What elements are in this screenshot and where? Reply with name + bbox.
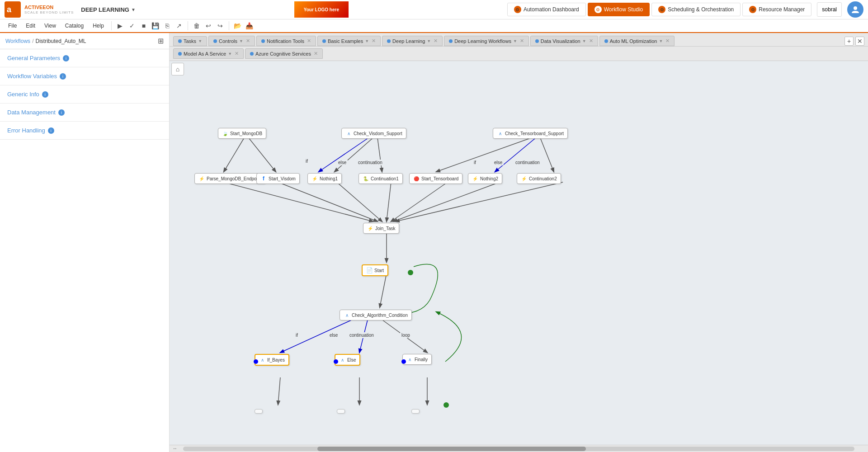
breadcrumb-workflows[interactable]: Workflows	[5, 38, 30, 44]
tab-auto-ml[interactable]: Auto ML Optimization ▼ ✕	[599, 36, 675, 46]
node-nothing2[interactable]: ⚡ Nothing2	[468, 173, 502, 184]
node-bottom-right[interactable]	[411, 409, 420, 414]
node-continuation1[interactable]: 🐍 Continuation1	[359, 173, 403, 184]
node-check-visdom[interactable]: ∧ Check_Visdom_Support	[341, 128, 406, 139]
tab-dl-workflows[interactable]: Deep Learning Workflows ▼ ✕	[444, 36, 529, 46]
nav-scheduling[interactable]: ⚙ Scheduling & Orchestration	[651, 3, 741, 16]
menu-view[interactable]: View	[41, 21, 60, 31]
tab-basic-close[interactable]: ✕	[372, 38, 376, 44]
node-join-task[interactable]: ⚡ Join_Task	[363, 223, 399, 234]
node-continuation2[interactable]: ⚡ Continuation2	[517, 173, 561, 184]
horizontal-scrollbar[interactable]	[183, 447, 854, 451]
node-start[interactable]: 📄 Start	[362, 264, 388, 276]
edge-loop: loop	[400, 332, 411, 338]
check-visdom-icon: ∧	[345, 130, 352, 137]
menu-file[interactable]: File	[5, 21, 20, 31]
resource-label: Resource Manager	[759, 6, 805, 13]
panel-view-toggle[interactable]: ⊞	[158, 37, 164, 45]
nav-center: Your LOGO here	[136, 1, 507, 18]
generic-info-icon: i	[42, 91, 48, 98]
tab-close-all-btn[interactable]: ✕	[855, 37, 864, 46]
section-workflow-vars[interactable]: Workflow Variables i	[0, 67, 169, 85]
section-error-handling[interactable]: Error Handling i	[0, 122, 169, 140]
toolbar-save-btn[interactable]: 💾	[151, 21, 160, 31]
toolbar-undo-btn[interactable]: ↩	[203, 21, 213, 31]
tab-model-as-service[interactable]: Model As A Service ▼ ✕	[173, 48, 244, 59]
tab-dv-close[interactable]: ✕	[589, 38, 593, 44]
dropdown-arrow-icon[interactable]: ▼	[131, 7, 136, 12]
tab-notification-close[interactable]: ✕	[307, 38, 311, 44]
tab-dl-close[interactable]: ✕	[434, 38, 438, 44]
node-bottom-center[interactable]	[337, 409, 345, 414]
toolbar-stop-btn[interactable]: ■	[139, 21, 149, 31]
svg-line-9	[495, 138, 536, 172]
toolbar-copy-btn[interactable]: ⎘	[162, 21, 172, 31]
edge-if2: if	[472, 160, 477, 165]
svg-text:a: a	[7, 5, 12, 14]
toolbar-export-btn[interactable]: ↗	[174, 21, 184, 31]
node-if-bayes[interactable]: ∧ If_Bayes	[255, 354, 289, 366]
node-check-algorithm[interactable]: ∧ Check_Algorithm_Condition	[340, 310, 412, 320]
nav-resource-manager[interactable]: ⚙ Resource Manager	[742, 3, 811, 16]
node-check-tensorboard[interactable]: ∧ Check_Tensorboard_Support	[493, 128, 568, 139]
tab-notification-tools[interactable]: Notification Tools ✕	[256, 36, 316, 46]
section-data-mgmt[interactable]: Data Management i	[0, 104, 169, 122]
toolbar-redo-btn[interactable]: ↪	[215, 21, 225, 31]
node-nothing1[interactable]: ⚡ Nothing1	[307, 173, 342, 184]
tab-basic-examples[interactable]: Basic Examples ▼ ✕	[317, 36, 381, 46]
edge-else3: else	[328, 332, 339, 338]
tab-tasks[interactable]: Tasks ▼	[173, 36, 207, 46]
tab-mas-close[interactable]: ✕	[235, 51, 239, 56]
scroll-left-indicator: ↔	[170, 446, 179, 451]
tab-az-close[interactable]: ✕	[314, 51, 318, 56]
svg-line-11	[224, 182, 373, 221]
menu-catalog[interactable]: Catalog	[61, 21, 87, 31]
node-start-tensorboard[interactable]: 🔴 Start_Tensorboard	[409, 173, 462, 184]
toolbar-play-btn[interactable]: ▶	[115, 21, 125, 31]
tab-deep-learning[interactable]: Deep Learning ▼ ✕	[382, 36, 443, 46]
scrollbar-thumb[interactable]	[317, 447, 586, 451]
toolbar-delete-btn[interactable]: 🗑	[192, 21, 202, 31]
menu-edit[interactable]: Edit	[22, 21, 39, 31]
toolbar-download-btn[interactable]: 📥	[245, 21, 255, 31]
tab-aml-close[interactable]: ✕	[665, 38, 670, 44]
error-handling-label: Error Handling	[7, 127, 45, 134]
toolbar-open-btn[interactable]: 📂	[233, 21, 243, 31]
tab-tasks-dot	[178, 39, 182, 43]
nav-workflow-studio[interactable]: ⚙ Workflow Studio	[588, 3, 650, 16]
parse-icon: ⚡	[198, 175, 205, 182]
node-bottom-left[interactable]	[255, 409, 263, 414]
node-parse-mongodb[interactable]: ⚡ Parse_MongoDB_Endpoint	[194, 173, 265, 184]
node-finally[interactable]: ∧ Finally	[402, 354, 432, 365]
tab-add-btn[interactable]: +	[844, 37, 854, 46]
svg-line-4	[249, 138, 276, 172]
svg-line-16	[393, 182, 500, 221]
breadcrumb-bar: Workflows / Distributed_Auto_ML ⊞	[0, 33, 169, 49]
node-start-mongodb[interactable]: 🍃 Start_MongoDB	[218, 128, 266, 139]
menu-divider-1	[111, 21, 112, 30]
nav-automation-dashboard[interactable]: ⚙ Automation Dashboard	[507, 3, 586, 16]
svg-line-6	[335, 138, 373, 172]
tab-dlw-close[interactable]: ✕	[520, 38, 524, 44]
user-avatar[interactable]	[847, 1, 863, 18]
svg-line-7	[377, 138, 382, 172]
tab-controls-dot	[213, 39, 217, 43]
data-mgmt-info-icon: i	[58, 109, 65, 116]
svg-line-12	[278, 182, 377, 221]
tab-azure-cognitive[interactable]: Azure Cognitive Services ✕	[245, 48, 323, 59]
bottom-scrollbar-area: ↔	[170, 445, 868, 452]
workflow-canvas[interactable]: ⌂	[170, 61, 868, 445]
menu-help[interactable]: Help	[89, 21, 108, 31]
node-start-visdom[interactable]: f Start_Visdom	[256, 173, 300, 184]
tab-data-viz[interactable]: Data Visualization ▼ ✕	[530, 36, 598, 46]
tab-controls-close[interactable]: ✕	[246, 38, 250, 44]
tab-controls[interactable]: Controls ▼ ✕	[208, 36, 255, 46]
canvas-home-btn[interactable]: ⌂	[171, 63, 184, 75]
node-else[interactable]: ∧ Else	[335, 354, 360, 366]
general-params-info-icon: i	[63, 55, 69, 61]
continuation1-icon: 🐍	[363, 175, 369, 182]
tab-dv-dot	[535, 39, 539, 43]
section-generic-info[interactable]: Generic Info i	[0, 85, 169, 104]
section-general-params[interactable]: General Parameters i	[0, 49, 169, 67]
toolbar-check-btn[interactable]: ✓	[127, 21, 137, 31]
